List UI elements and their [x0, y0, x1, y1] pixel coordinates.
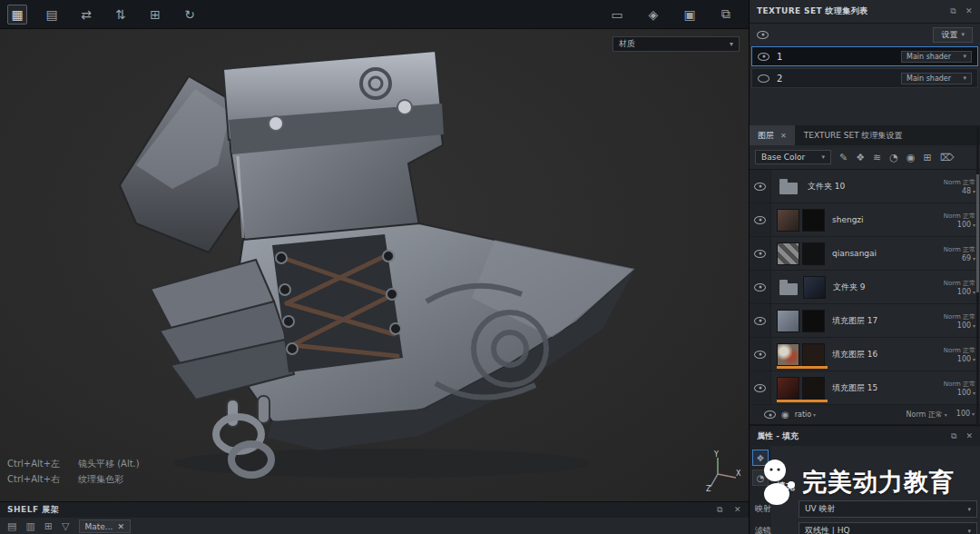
shelf-tab-close-icon[interactable]: ✕	[117, 522, 124, 531]
layer-mask-thumbnail[interactable]	[802, 310, 825, 332]
add-effect-icon[interactable]: ✎	[839, 152, 848, 163]
shelf-add-icon[interactable]: ⊞	[44, 520, 53, 532]
layer-thumbnail[interactable]	[777, 377, 799, 400]
folder-icon	[779, 183, 798, 194]
layer-thumbnail[interactable]	[777, 242, 799, 265]
axis-gizmo: Y X Z	[703, 449, 741, 492]
axis-x-label: X	[736, 470, 741, 478]
comment-icon[interactable]: ▭	[607, 5, 627, 25]
shelf-close-icon[interactable]: ✕	[734, 505, 741, 515]
layer-visibility-toggle[interactable]	[750, 304, 771, 337]
layer-row-shengzi[interactable]: shengzi Norm 正常100	[750, 203, 980, 237]
shelf-dock-icon[interactable]: ⧉	[717, 505, 723, 515]
material-dropdown[interactable]: 材质	[612, 36, 740, 52]
panel-close-icon[interactable]: ✕	[965, 6, 973, 16]
channel-blend-dropdown[interactable]: Norm 正常	[906, 410, 947, 420]
grid-icon[interactable]: ▤	[42, 5, 62, 25]
watermark-mascot-logo	[759, 458, 799, 507]
app-window: ▦ ▤ ⇄ ⇅ ⊞ ↻ ▭ ◈ ▣ ⧉	[0, 0, 980, 534]
channel-name[interactable]: ratio	[795, 410, 816, 419]
axis-z-label: Z	[706, 485, 711, 492]
add-paint-layer-icon[interactable]: ❖	[856, 152, 865, 163]
layer-list: 文件夹 10 Norm 正常48 shengzi Norm 正常100 qian	[750, 170, 980, 405]
channel-dropdown[interactable]: Base Color	[755, 150, 831, 164]
layer-visibility-toggle[interactable]	[750, 271, 771, 303]
shader-ball-icon[interactable]: ◈	[643, 5, 663, 25]
texture-set-row-1[interactable]: 1 Main shader	[751, 46, 978, 66]
texture-set-row-2[interactable]: 2 Main shader	[751, 68, 978, 88]
shelf-panel: SHELF 展架 ⧉ ✕ ▤ ▥ ⊞ ▽ Mate... ✕	[0, 501, 749, 534]
layer-thumbnail[interactable]	[777, 343, 799, 366]
layer-row-fill-17[interactable]: 填充图层 17 Norm 正常100	[750, 304, 980, 338]
layer-row-fill-15[interactable]: 填充图层 15 Norm 正常100	[750, 371, 980, 405]
add-fill-layer-icon[interactable]: ◔	[889, 152, 898, 163]
layer-visibility-toggle[interactable]	[750, 237, 771, 270]
tab-layers[interactable]: 图层 ✕	[750, 125, 795, 145]
add-smart-material-icon[interactable]: ≋	[873, 152, 881, 163]
dock-tabs: 图层 ✕ TEXTURE SET 纹理集设置	[750, 125, 980, 145]
symmetry-icon[interactable]: ⇅	[111, 5, 131, 25]
channel-sphere-icon: ◉	[781, 410, 789, 420]
layer-thumbnail[interactable]	[777, 310, 799, 332]
shelf-list-icon[interactable]: ▥	[25, 520, 34, 532]
properties-dock-icon[interactable]: ⧉	[951, 431, 956, 441]
layer-row-folder-10[interactable]: 文件夹 10 Norm 正常48	[750, 170, 980, 203]
texture-set-list-header: TEXTURE SET 纹理集列表 ⧉ ✕	[750, 0, 980, 24]
channel-visibility-icon[interactable]	[764, 410, 776, 419]
settings-button[interactable]: 设置	[933, 27, 973, 43]
shelf-materials-tab[interactable]: Mate... ✕	[79, 519, 131, 533]
add-mask-icon[interactable]: ◉	[906, 152, 916, 163]
delete-layer-icon[interactable]: ⌦	[940, 152, 955, 163]
texture-set-1-shader-dropdown[interactable]: Main shader	[901, 51, 972, 63]
add-folder-icon[interactable]: ⊞	[924, 152, 932, 163]
filter-row: 滤镜 双线性 | HQ	[753, 522, 977, 534]
add-frame-icon[interactable]: ⊞	[145, 5, 165, 25]
shelf-title: SHELF 展架	[7, 504, 59, 516]
layer-thumbnail[interactable]	[777, 209, 799, 232]
folder-icon	[779, 283, 798, 295]
filter-select[interactable]: 双线性 | HQ	[799, 522, 977, 534]
texture-set-1-name: 1	[777, 52, 782, 62]
properties-close-icon[interactable]: ✕	[965, 431, 973, 441]
shelf-header: SHELF 展架 ⧉ ✕	[0, 502, 749, 518]
layer-mask-thumbnail[interactable]	[802, 242, 825, 265]
tab-layers-close-icon[interactable]: ✕	[780, 132, 787, 140]
layer-visibility-toggle[interactable]	[750, 203, 771, 236]
texture-set-2-shader-dropdown[interactable]: Main shader	[901, 73, 972, 84]
screenshot-icon[interactable]: ⧉	[716, 5, 736, 25]
texture-set-2-name: 2	[777, 74, 782, 84]
texture-set-2-visibility-icon[interactable]	[758, 74, 769, 83]
texture-set-1-visibility-icon[interactable]	[758, 53, 769, 61]
tab-texture-set-settings[interactable]: TEXTURE SET 纹理集设置	[795, 125, 912, 145]
shelf-filter-icon[interactable]: ▽	[62, 520, 69, 532]
viewport-layout-icon[interactable]: ▦	[7, 5, 27, 25]
layer-visibility-toggle[interactable]	[750, 371, 771, 404]
layer-visibility-toggle[interactable]	[750, 338, 771, 371]
shelf-grid-icon[interactable]: ▤	[7, 520, 16, 532]
boot-model-render	[0, 29, 749, 501]
layer-row-folder-9[interactable]: 文件夹 9 Norm 正常100	[750, 271, 980, 304]
layer-mask-thumbnail[interactable]	[802, 209, 825, 232]
viewport-3d[interactable]: 材质 Ctrl+Alt+左镜头平移 (Alt.) Ctrl+Alt+右纹理集色彩…	[0, 29, 749, 501]
panel-dock-icon[interactable]: ⧉	[950, 6, 956, 16]
selected-channel-indicator	[777, 366, 828, 369]
layer-thumbnail[interactable]	[803, 276, 826, 299]
shelf-body: ▤ ▥ ⊞ ▽ Mate... ✕	[0, 518, 749, 534]
texture-set-toolbar: 设置	[750, 24, 980, 45]
layer-mask-thumbnail[interactable]	[802, 377, 825, 400]
layer-row-qiansangai[interactable]: qiansangai Norm 正常69	[750, 237, 980, 271]
layers-scrollbar[interactable]	[976, 127, 979, 427]
selected-channel-indicator	[777, 400, 828, 402]
watermark-text: 完美动力教育	[802, 466, 955, 499]
channel-opacity-value[interactable]: 100	[956, 410, 975, 420]
camera-icon[interactable]: ▣	[680, 5, 700, 25]
layer-mask-thumbnail[interactable]	[802, 343, 825, 366]
top-toolbar: ▦ ▤ ⇄ ⇅ ⊞ ↻ ▭ ◈ ▣ ⧉	[0, 0, 749, 29]
filter-label: 滤镜	[753, 525, 793, 534]
layer-channel-sub-row[interactable]: ◉ ratio Norm 正常 100	[750, 405, 980, 425]
visibility-all-icon[interactable]	[757, 31, 769, 39]
history-icon[interactable]: ↻	[180, 5, 200, 25]
layer-visibility-toggle[interactable]	[750, 170, 771, 203]
layer-row-fill-16[interactable]: 填充图层 16 Norm 正常100	[750, 338, 980, 371]
mirror-icon[interactable]: ⇄	[76, 5, 96, 25]
